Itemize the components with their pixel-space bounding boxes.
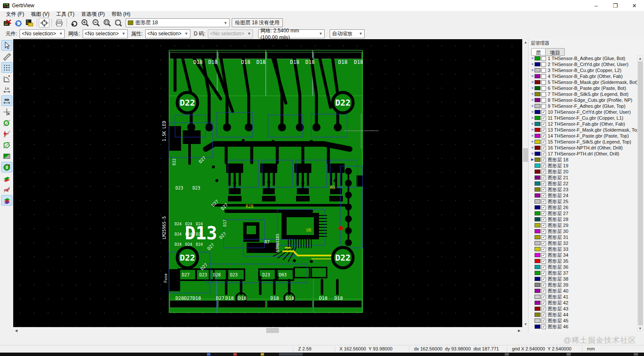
layer-row-38[interactable]: ✓图形层 38 xyxy=(529,276,638,282)
layer-row-1[interactable]: ✳1 THSensor-B_Adhes.gbr (Glue, Bot) xyxy=(529,55,638,61)
layer-color-swatch[interactable] xyxy=(535,98,540,102)
zoom-selection-button[interactable] xyxy=(113,18,124,28)
layer-row-11[interactable]: ✳✓11 THSensor-F_Cu.gbr (Copper, L1) xyxy=(529,115,638,121)
layer-visibility-checkbox[interactable]: ✓ xyxy=(541,301,546,305)
component-filter-select[interactable]: <No selection>▼ xyxy=(20,29,65,38)
layer-row-46[interactable]: ✓图形层 46 xyxy=(529,324,638,330)
layer-row-30[interactable]: ✓图形层 30 xyxy=(529,228,638,234)
layer-visibility-checkbox[interactable]: ✓ xyxy=(541,205,546,210)
layer-visibility-checkbox[interactable]: ✓ xyxy=(541,295,546,299)
layer-row-33[interactable]: ✓图形层 33 xyxy=(529,246,638,252)
layer-row-14[interactable]: ✳✓14 THSensor-F_Paste.gbr (Paste, Top) xyxy=(529,133,638,139)
layer-visibility-checkbox[interactable]: ✓ xyxy=(541,193,546,198)
print-button[interactable] xyxy=(54,18,64,28)
layer-row-22[interactable]: ✓图形层 22 xyxy=(529,181,638,187)
layer-color-swatch[interactable] xyxy=(535,313,540,317)
layer-row-9[interactable]: ✳9 THSensor-F_Adhes.gbr (Glue, Top) xyxy=(529,103,638,109)
layer-visibility-checkbox[interactable] xyxy=(541,62,546,67)
high-contrast-mode-button[interactable] xyxy=(1,184,12,195)
layer-row-4[interactable]: ✳4 THSensor-B_Fab.gbr (Other, Fab) xyxy=(529,73,638,79)
layer-color-swatch[interactable] xyxy=(535,193,540,198)
layer-color-swatch[interactable] xyxy=(535,175,540,180)
layer-row-43[interactable]: ✓图形层 43 xyxy=(529,306,638,312)
layer-row-5[interactable]: ✳5 THSensor-B_Mask.gbr (Soldermask, Bot) xyxy=(529,79,638,85)
vertical-scrollbar[interactable]: ▲ ▼ xyxy=(522,39,528,327)
menu-item-4[interactable]: 帮助 (H) xyxy=(108,11,134,17)
layer-visibility-checkbox[interactable]: ✓ xyxy=(541,164,546,168)
menu-item-3[interactable]: 首选项 (P) xyxy=(78,11,108,17)
layer-visibility-checkbox[interactable]: ✓ xyxy=(541,265,546,270)
layer-visibility-checkbox[interactable]: ✓ xyxy=(541,116,546,121)
layer-visibility-checkbox[interactable] xyxy=(541,86,546,91)
open-gerber-files-button[interactable] xyxy=(24,18,34,28)
layer-color-swatch[interactable] xyxy=(535,62,540,66)
layer-visibility-checkbox[interactable]: ✓ xyxy=(541,217,546,222)
layer-color-swatch[interactable] xyxy=(535,86,540,90)
scroll-left-icon[interactable]: ◀ xyxy=(13,327,19,333)
restore-button[interactable]: ❐ xyxy=(606,0,625,11)
menu-item-1[interactable]: 视图 (V) xyxy=(28,11,53,17)
layer-visibility-checkbox[interactable] xyxy=(541,68,546,73)
zoom-fit-button[interactable] xyxy=(102,18,112,28)
zoom-in-button[interactable] xyxy=(80,18,90,28)
layer-visibility-checkbox[interactable]: ✓ xyxy=(541,324,546,329)
horizontal-scrollbar[interactable]: ◀ ▶ xyxy=(13,327,522,333)
layer-row-7[interactable]: ✳7 THSensor-B_SilkS.gbr (Legend, Bot) xyxy=(529,91,638,97)
layer-row-40[interactable]: ✓图形层 40 xyxy=(529,288,638,294)
layer-row-27[interactable]: ✓图形层 27 xyxy=(529,210,638,216)
layer-color-swatch[interactable] xyxy=(535,146,540,150)
minimize-button[interactable]: – xyxy=(586,0,606,11)
layer-manager-toggle-button[interactable] xyxy=(1,195,12,206)
layer-row-25[interactable]: ✓图形层 25 xyxy=(529,198,638,204)
layer-visibility-checkbox[interactable]: ✓ xyxy=(541,187,546,192)
layer-color-swatch[interactable] xyxy=(535,158,540,162)
layer-visibility-checkbox[interactable]: ✓ xyxy=(541,283,546,287)
horizontal-scrollbar-thumb[interactable] xyxy=(266,328,279,333)
layer-row-12[interactable]: ✳✓12 THSensor-F_Fab.gbr (Other, Fab) xyxy=(529,121,638,127)
measure-caliper-button[interactable] xyxy=(1,51,12,62)
layer-row-32[interactable]: ✓图形层 32 xyxy=(529,240,638,246)
layer-visibility-checkbox[interactable]: ✓ xyxy=(541,271,546,276)
grid-visibility-button[interactable] xyxy=(1,62,12,73)
layer-row-21[interactable]: ✓图形层 21 xyxy=(529,175,638,181)
layer-color-swatch[interactable] xyxy=(535,110,540,114)
layer-color-swatch[interactable] xyxy=(535,307,540,311)
layer-visibility-checkbox[interactable]: ✓ xyxy=(541,229,546,234)
layer-visibility-checkbox[interactable]: ✓ xyxy=(541,235,546,240)
layer-color-swatch[interactable] xyxy=(535,205,540,210)
layer-row-16[interactable]: ✳✓16 THSensor-NPTH.drl (Other, Drill) xyxy=(529,145,638,151)
layer-visibility-checkbox[interactable]: ✓ xyxy=(541,319,546,323)
vertical-scrollbar-thumb[interactable] xyxy=(523,148,528,162)
layer-visibility-checkbox[interactable]: ✓ xyxy=(541,175,546,180)
attribute-filter-select[interactable]: <No selection>▼ xyxy=(145,29,190,38)
layer-row-28[interactable]: ✓图形层 28 xyxy=(529,216,638,222)
zoom-preset-select[interactable]: 自动缩放▼ xyxy=(330,29,365,38)
layer-color-swatch[interactable] xyxy=(535,324,540,329)
layer-color-swatch[interactable] xyxy=(535,152,540,156)
layer-row-10[interactable]: ✳✓10 THSensor-F_CrtYd.gbr (Other, User) xyxy=(529,109,638,115)
layer-visibility-checkbox[interactable]: ✓ xyxy=(541,289,546,293)
sketch-flashed-items-button[interactable] xyxy=(1,118,12,128)
layer-visibility-checkbox[interactable]: ✓ xyxy=(541,110,546,115)
layer-row-26[interactable]: ✓图形层 26 xyxy=(529,204,638,210)
crosshair-tool-button[interactable] xyxy=(39,18,49,28)
layer-row-19[interactable]: ✓图形层 19 xyxy=(529,163,638,169)
layer-color-swatch[interactable] xyxy=(535,283,540,287)
layer-color-swatch[interactable] xyxy=(535,247,540,251)
layer-visibility-checkbox[interactable] xyxy=(541,98,546,103)
layer-visibility-checkbox[interactable]: ✓ xyxy=(541,211,546,216)
clear-all-layers-button[interactable] xyxy=(2,18,12,28)
gerber-canvas[interactable]: D18D18D18D18D18D18D18D18D22D22D22D22D13D… xyxy=(13,39,522,327)
layer-color-swatch[interactable] xyxy=(535,295,540,299)
layer-manager-tab-1[interactable]: 项目 xyxy=(545,48,565,56)
layer-color-swatch[interactable] xyxy=(535,253,540,257)
layer-row-3[interactable]: ✳3 THSensor-B_Cu.gbr (Copper, L2) xyxy=(529,67,638,73)
layer-visibility-checkbox[interactable]: ✓ xyxy=(541,146,546,150)
layer-visibility-checkbox[interactable]: ✓ xyxy=(541,253,546,258)
layer-row-34[interactable]: ✓图形层 34 xyxy=(529,252,638,258)
layer-color-swatch[interactable] xyxy=(535,104,540,108)
layer-visibility-checkbox[interactable]: ✓ xyxy=(541,199,546,204)
layer-visibility-checkbox[interactable] xyxy=(541,92,546,97)
menu-item-0[interactable]: 文件 (F) xyxy=(3,11,28,17)
diff-mode-button[interactable] xyxy=(1,173,12,184)
